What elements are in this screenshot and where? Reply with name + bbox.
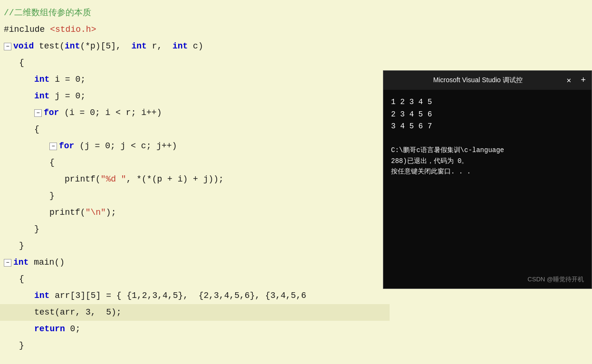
terminal-titlebar: Microsoft Visual Studio 调试控 ✕ + [383,71,592,90]
collapse-btn-for-inner[interactable]: − [49,143,57,150]
main-func: main() [29,254,65,271]
code-line-func-decl: − void test( int (*p)[5], int r, int c) [0,38,390,55]
terminal-press-key: 按任意键关闭此窗口. . . [391,166,584,177]
code-line-for-outer: − for (i = 0; i < r; i++) [0,105,390,121]
collapse-btn-for-outer[interactable]: − [34,109,42,117]
keyword-int-arr: int [34,287,49,304]
code-line-brace2: { [0,121,390,138]
preprocessor-hash: #include [4,21,50,38]
brace-close5: } [19,337,24,354]
code-line-for-inner: − for (j = 0; j < c; j++) [0,138,390,154]
code-line-test-call: test(arr, 3, 5); [0,304,390,321]
keyword-int-i: int [34,71,49,88]
include-file: <stdio.h> [50,21,96,38]
brace-close1: } [19,238,24,254]
code-line-comment: //二维数组传参的本质 [0,5,390,21]
brace-open4: { [19,271,24,287]
code-editor: //二维数组传参的本质 #include <stdio.h> − void te… [0,0,390,364]
func-params2: r, [147,38,172,55]
func-name: test( [34,38,65,55]
code-line-main: − int main() [0,254,390,271]
var-i-decl: i = 0; [49,71,86,88]
return-value: 0; [65,321,80,337]
collapse-btn-main[interactable]: − [4,259,11,267]
code-line-return: return 0; [0,321,390,337]
terminal-body: 1 2 3 4 5 2 3 4 5 6 3 4 5 6 7 C:\鹏哥c语言暑假… [383,90,592,288]
terminal-path-line: C:\鹏哥c语言暑假集训\c-language [391,145,584,155]
code-line-brace2-close: } [0,221,390,238]
csdn-watermark: CSDN @睡觉待开机 [527,275,584,284]
printf1-fmt: "%d " [101,171,126,188]
code-line-brace5-close: } [0,337,390,354]
terminal-exit-line: 288)已退出，代码为 0。 [391,156,584,166]
keyword-for-outer: for [44,105,59,121]
keyword-int-j: int [34,88,49,105]
code-line-brace1-close: } [0,238,390,254]
terminal-blank [391,133,584,145]
terminal-output-line1: 1 2 3 4 5 [391,96,584,109]
brace-close3: } [49,188,55,204]
code-line-include: #include <stdio.h> [0,21,390,38]
for-inner-expr: (j = 0; j < c; j++) [74,138,177,154]
printf1-comma: , *(*(p + i) + j)); [126,171,224,188]
terminal-title-text: Microsoft Visual Studio 调试控 [389,76,567,85]
test-call-text: test(arr, 3, 5); [34,304,122,321]
brace-open1: { [19,55,24,71]
code-line-brace4: { [0,271,390,287]
printf2-func: printf( [49,204,86,221]
printf1-func: printf( [65,171,101,188]
terminal-output-line2: 2 3 4 5 6 [391,109,584,121]
keyword-void: void [13,38,34,55]
code-line-printf1: printf("%d ", *(*(p + i) + j)); [0,171,390,188]
terminal-close-button[interactable]: ✕ [567,76,572,85]
var-j-decl: j = 0; [49,88,86,105]
code-line-brace1: { [0,55,390,71]
code-line-brace3: { [0,154,390,171]
keyword-int-main: int [13,254,29,271]
code-line-printf2: printf("\n"); [0,204,390,221]
brace-open2: { [34,121,39,138]
func-params1: (*p)[5], [80,38,131,55]
comment-text: //二维数组传参的本质 [4,5,91,21]
code-line-int-j: int j = 0; [0,88,390,105]
for-outer-expr: (i = 0; i < r; i++) [59,105,162,121]
keyword-int1: int [65,38,80,55]
code-line-arr-decl: int arr[3][5] = { {1,2,3,4,5}, {2,3,4,5,… [0,287,390,304]
func-params3: c) [188,38,203,55]
keyword-return: return [34,321,65,337]
keyword-for-inner: for [59,138,74,154]
brace-open3: { [49,154,55,171]
keyword-int3: int [172,38,188,55]
terminal-window: Microsoft Visual Studio 调试控 ✕ + 1 2 3 4 … [383,70,592,289]
printf2-close: ); [106,204,116,221]
terminal-output-line3: 3 4 5 6 7 [391,121,584,133]
arr-decl-text: arr[3][5] = { {1,2,3,4,5}, {2,3,4,5,6}, … [49,287,306,304]
keyword-int2: int [131,38,146,55]
terminal-add-button[interactable]: + [581,76,586,85]
code-line-int-i: int i = 0; [0,71,390,88]
code-line-brace3-close: } [0,188,390,204]
brace-close2: } [34,221,39,238]
printf2-fmt: "\n" [86,204,106,221]
collapse-btn-func[interactable]: − [4,43,11,50]
